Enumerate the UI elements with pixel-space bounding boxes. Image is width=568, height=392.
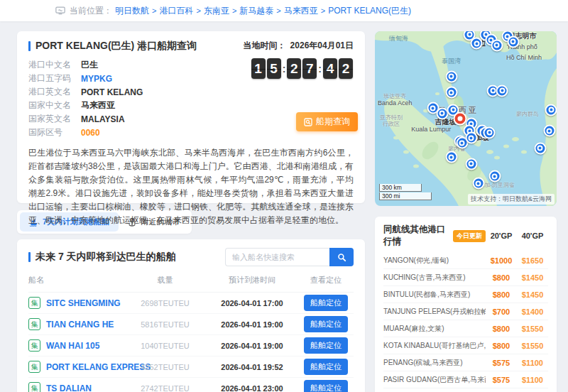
port-marker-icon[interactable] xyxy=(496,85,508,97)
ship-table-row: 集TIAN CHANG HE5816TEUTEU2026-04-01 19:00… xyxy=(28,314,354,335)
ship-table-row: 集PORT KELANG EXPRESS4252TEUTEU2026-04-01… xyxy=(28,356,354,378)
price-40gp: $1450 xyxy=(517,290,548,299)
clock-colon: : xyxy=(318,63,322,75)
port-field-label: 港口英文名 xyxy=(28,86,74,98)
current-port-marker-icon[interactable] xyxy=(454,112,467,126)
port-field-row: 港口中文名巴生 xyxy=(28,58,241,72)
price-row[interactable]: PENANG(槟城,马来西亚)$575$1100 xyxy=(383,354,548,371)
title-accent-bar xyxy=(28,41,31,51)
breadcrumb-link[interactable]: 明日数航 xyxy=(115,5,149,17)
ship-name-link[interactable]: WAN HAI 105 xyxy=(46,341,99,351)
ship-capacity: 2698TEUTEU xyxy=(124,299,206,307)
port-marker-icon[interactable] xyxy=(534,142,546,154)
breadcrumb-separator: > xyxy=(276,6,280,15)
price-row[interactable]: MUARA(麻拉,文莱)$800$1550 xyxy=(383,320,548,337)
clock-digit: 4 xyxy=(323,58,337,79)
col-20gp: 20'GP xyxy=(486,232,517,240)
price-20gp: $800 xyxy=(486,325,517,333)
ship-locate-cell: 船舶定位 xyxy=(298,295,354,311)
updated-today-badge: 今日更新 xyxy=(453,230,486,242)
price-port-name: MUARA(麻拉,文莱) xyxy=(383,324,486,334)
price-20gp: $800 xyxy=(486,290,517,299)
map-attribution: 技术支持：明日数航&云海网 xyxy=(468,194,555,205)
price-40gp: $1550 xyxy=(517,325,548,333)
price-port-name: KUCHING(古晋,马来西亚) xyxy=(383,273,486,283)
breadcrumb-separator: > xyxy=(152,6,156,15)
ship-locate-button[interactable]: 船舶定位 xyxy=(304,380,348,392)
price-row[interactable]: PORT KELANG W(巴生西,马来西亚)$550$1050 xyxy=(383,388,548,392)
schedule-query-button[interactable]: 船期查询 xyxy=(296,112,358,131)
price-port-name: YANGON(仰光,缅甸) xyxy=(383,256,486,266)
ship-capacity: 4252TEUTEU xyxy=(124,363,206,371)
clock-digit: 7 xyxy=(302,58,317,79)
ship-eta: 2026-04-01 19:52 xyxy=(206,363,298,371)
breadcrumb-link[interactable]: 港口百科 xyxy=(159,5,193,17)
port-marker-icon[interactable] xyxy=(445,151,457,163)
breadcrumb-link[interactable]: 马来西亚 xyxy=(284,5,318,17)
price-40gp: $1100 xyxy=(517,359,548,367)
breadcrumb-separator: > xyxy=(321,6,325,15)
ship-eta: 2026-04-01 19:00 xyxy=(206,320,298,329)
ship-search-input[interactable] xyxy=(225,248,329,266)
breadcrumb-link[interactable]: PORT KELANG(巴生) xyxy=(328,5,411,17)
breadcrumb-link[interactable]: 新马越泰 xyxy=(239,5,273,17)
breadcrumb-separator: > xyxy=(232,6,236,15)
ship-locate-button[interactable]: 船舶定位 xyxy=(304,295,348,311)
price-20gp: $800 xyxy=(486,342,517,350)
port-field-row: 港口英文名PORT KELANG xyxy=(28,85,241,99)
container-ship-badge-icon: 集 xyxy=(28,339,40,352)
ships-table-header: 船名 载量 预计到港时间 查看定位 xyxy=(28,275,354,293)
clock-digit: 2 xyxy=(339,58,353,79)
port-marker-icon[interactable] xyxy=(491,39,503,51)
port-marker-icon[interactable] xyxy=(472,178,484,190)
ship-locate-button[interactable]: 船舶定位 xyxy=(304,337,348,354)
price-row[interactable]: BINTULU(民都鲁,马来西亚)$800$1450 xyxy=(383,286,548,303)
price-row[interactable]: KUCHING(古晋,马来西亚)$800$1450 xyxy=(383,269,548,286)
ship-name-link[interactable]: TIAN CHANG HE xyxy=(46,320,114,330)
ship-locate-button[interactable]: 船舶定位 xyxy=(304,316,348,332)
price-row[interactable]: TANJUNG PELEPAS(丹戎帕拉帕斯,马来西...$700$1400 xyxy=(383,303,548,320)
ship-capacity: 5816TEUTEU xyxy=(124,320,206,329)
price-panel-header: 同航线其他港口行情 今日更新 20'GP 40'GP xyxy=(383,224,548,248)
container-ship-badge-icon: 集 xyxy=(28,382,40,392)
map-scale: 300 km 300 mi xyxy=(379,184,432,200)
ship-table-row: 集SITC SHENGMING2698TEUTEU2026-04-01 17:0… xyxy=(28,293,354,314)
price-row[interactable]: YANGON(仰光,缅甸)$1000$1650 xyxy=(383,252,548,269)
port-map[interactable]: 缅甸海泰国湾金边胡志明市Thành phốHồ Chí Minh班达亚齐Band… xyxy=(375,31,557,206)
price-port-name: TANJUNG PELEPAS(丹戎帕拉帕斯,马来西... xyxy=(383,307,486,317)
port-marker-icon[interactable] xyxy=(545,104,557,116)
port-marker-icon[interactable] xyxy=(484,126,496,138)
ship-name-link[interactable]: SITC SHENGMING xyxy=(46,298,121,308)
port-marker-icon[interactable] xyxy=(445,70,457,82)
price-row[interactable]: KOTA KINABALU(哥打基纳巴卢,马来西亚)$800$1550 xyxy=(383,337,548,354)
ship-locate-cell: 船舶定位 xyxy=(298,380,354,392)
port-marker-icon[interactable] xyxy=(445,87,457,99)
ship-locate-button[interactable]: 船舶定位 xyxy=(304,359,348,375)
ship-capacity: 1040TEUTEU xyxy=(124,342,206,350)
port-marker-icon[interactable] xyxy=(488,170,501,183)
ship-locate-cell: 船舶定位 xyxy=(298,359,354,375)
schedule-query-label: 船期查询 xyxy=(316,116,350,128)
price-20gp: $575 xyxy=(486,359,517,367)
price-20gp: $700 xyxy=(486,307,517,316)
port-field-row: 国家英文名MALAYSIA xyxy=(28,112,241,126)
ship-search-button[interactable] xyxy=(329,248,354,266)
ship-name-cell: 集WAN HAI 105 xyxy=(28,339,124,352)
ship-name-cell: 集SITC SHENGMING xyxy=(28,297,124,309)
port-field-value[interactable]: MYPKG xyxy=(81,74,112,84)
col-ship-name: 船名 xyxy=(28,275,124,285)
ship-name-cell: 集TS DALIAN xyxy=(28,382,124,392)
price-rows: YANGON(仰光,缅甸)$1000$1650KUCHING(古晋,马来西亚)$… xyxy=(383,252,548,392)
price-row[interactable]: PASIR GUDANG(巴西古单,马来西亚)$575$1100 xyxy=(383,371,548,388)
port-marker-icon[interactable] xyxy=(507,36,519,48)
port-marker-icon[interactable] xyxy=(465,158,477,170)
clock-digit: 5 xyxy=(267,58,281,79)
ship-locate-cell: 船舶定位 xyxy=(298,337,354,354)
port-marker-icon[interactable] xyxy=(465,132,477,144)
breadcrumb-link[interactable]: 东南亚 xyxy=(204,5,229,17)
ship-eta: 2026-04-01 23:00 xyxy=(206,384,298,392)
price-20gp: $800 xyxy=(486,273,517,282)
ship-name-link[interactable]: TS DALIAN xyxy=(46,383,92,392)
port-marker-icon[interactable] xyxy=(471,38,483,50)
port-marker-icon[interactable] xyxy=(543,125,555,137)
